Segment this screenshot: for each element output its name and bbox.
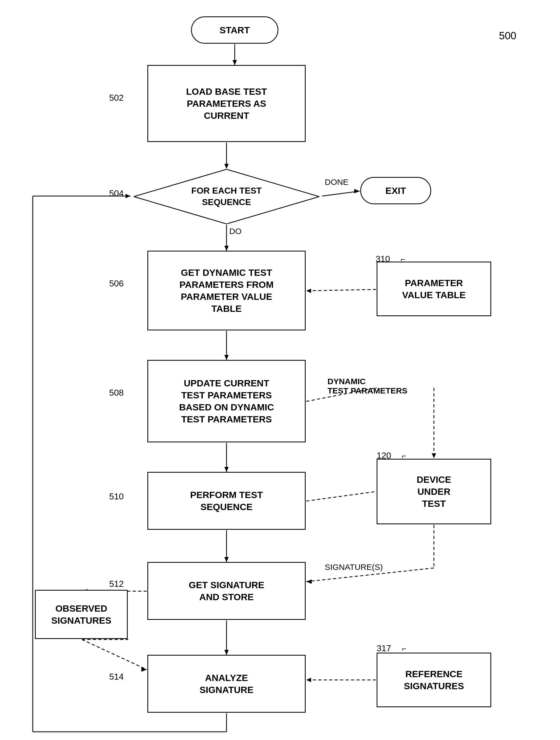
node-310: PARAMETER VALUE TABLE	[376, 262, 491, 316]
node-number-512: 512	[109, 579, 124, 589]
node-508: UPDATE CURRENT TEST PARAMETERS BASED ON …	[147, 360, 306, 442]
svg-marker-30	[141, 667, 147, 672]
svg-line-29	[82, 640, 147, 669]
node-502-label: LOAD BASE TEST PARAMETERS AS CURRENT	[186, 85, 267, 122]
node-514: ANALYZE SIGNATURE	[147, 655, 306, 713]
svg-line-4	[322, 191, 360, 196]
node-number-502: 502	[109, 93, 124, 103]
svg-marker-3	[224, 164, 229, 169]
flowchart-diagram: START 500 502 LOAD BASE TEST PARAMETERS …	[0, 0, 560, 740]
node-120-label: DEVICE UNDER TEST	[417, 473, 451, 510]
observed-signatures-node: OBSERVED SIGNATURES	[35, 590, 128, 639]
node-317: REFERENCE SIGNATURES	[376, 653, 491, 707]
node-number-510: 510	[109, 491, 124, 501]
svg-marker-28	[224, 650, 229, 655]
signatures-label: SIGNATURE(S)	[325, 562, 383, 572]
svg-marker-9	[224, 355, 229, 360]
node-number-508: 508	[109, 388, 124, 398]
svg-marker-32	[306, 678, 311, 682]
done-label: DONE	[325, 178, 348, 187]
svg-marker-13	[224, 467, 229, 472]
label-500: 500	[499, 30, 516, 42]
node-514-label: ANALYZE SIGNATURE	[200, 672, 253, 696]
svg-line-10	[306, 289, 376, 291]
svg-marker-5	[354, 189, 360, 193]
node-number-506: 506	[109, 279, 124, 289]
do-label: DO	[229, 226, 241, 236]
node-number-317: 317 ⌐	[376, 643, 406, 653]
svg-marker-15	[432, 453, 436, 458]
node-317-label: REFERENCE SIGNATURES	[404, 668, 464, 692]
node-504-label: FOR EACH TESTSEQUENCE	[191, 185, 262, 208]
node-510: PERFORM TEST SEQUENCE	[147, 472, 306, 530]
dynamic-test-params-label: DYNAMIC TEST PARAMETERS	[328, 377, 408, 395]
node-506: GET DYNAMIC TEST PARAMETERS FROM PARAMET…	[147, 251, 306, 331]
node-number-514: 514	[109, 672, 124, 682]
svg-marker-11	[306, 289, 311, 293]
node-504: FOR EACH TESTSEQUENCE	[134, 169, 319, 224]
observed-signatures-label: OBSERVED SIGNATURES	[51, 603, 111, 626]
exit-label: EXIT	[385, 185, 406, 197]
svg-marker-18	[224, 557, 229, 562]
node-512-label: GET SIGNATURE AND STORE	[189, 579, 264, 603]
node-number-504: 504	[109, 188, 124, 198]
start-label: START	[220, 24, 250, 36]
node-502: LOAD BASE TEST PARAMETERS AS CURRENT	[147, 65, 306, 142]
node-506-label: GET DYNAMIC TEST PARAMETERS FROM PARAMET…	[179, 267, 273, 315]
exit-node: EXIT	[360, 177, 431, 204]
svg-marker-1	[232, 60, 237, 65]
node-510-label: PERFORM TEST SEQUENCE	[190, 489, 263, 513]
svg-marker-37	[125, 194, 130, 198]
svg-marker-21	[306, 579, 312, 584]
node-512: GET SIGNATURE AND STORE	[147, 562, 306, 620]
node-508-label: UPDATE CURRENT TEST PARAMETERS BASED ON …	[179, 377, 274, 426]
node-310-label: PARAMETER VALUE TABLE	[402, 277, 466, 301]
svg-line-38	[306, 491, 376, 501]
start-node: START	[191, 16, 278, 44]
svg-marker-7	[224, 246, 229, 251]
node-120: DEVICE UNDER TEST	[376, 459, 491, 524]
